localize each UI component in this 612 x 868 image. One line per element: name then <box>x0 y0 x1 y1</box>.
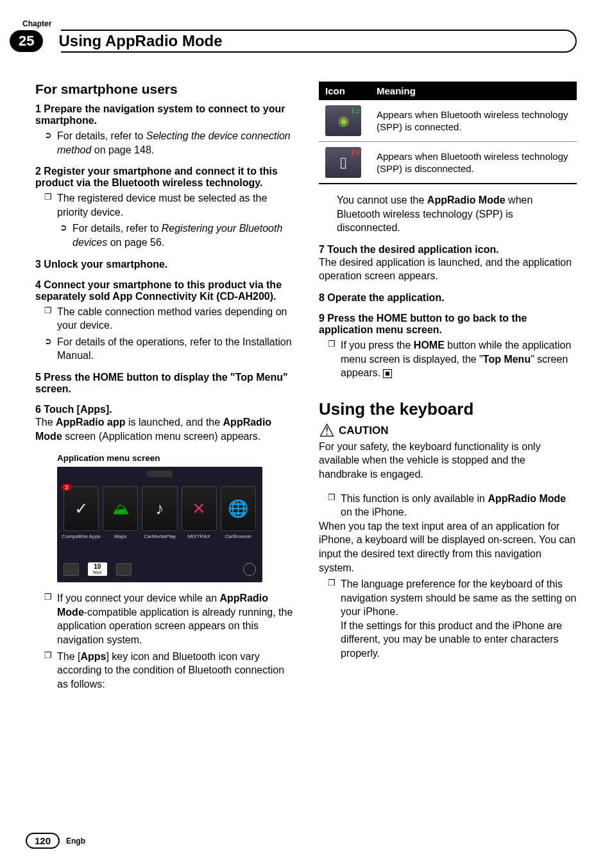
post-note1: If you connect your device while an AppR… <box>35 591 293 647</box>
caution-body: For your safety, the keyboard functional… <box>319 440 577 482</box>
bt-note: You cannot use the AppRadio Mode when Bl… <box>319 193 577 235</box>
t: For details, refer to <box>57 130 146 141</box>
label: CarMediaPlay <box>144 534 176 539</box>
caution-label: CAUTION <box>339 424 388 437</box>
label: Compatible Apps <box>62 534 100 539</box>
step4-detail1: The cable connection method varies depen… <box>35 305 293 333</box>
page-footer: 120 Engb <box>26 833 85 849</box>
app-tile-maps: ⛰ Maps <box>103 486 138 531</box>
warning-icon: ⚠ <box>319 422 335 440</box>
step1-heading: 1 Prepare the navigation system to conne… <box>35 103 293 126</box>
table-header-row: Icon Meaning <box>319 82 577 100</box>
page-language: Engb <box>66 837 85 846</box>
check-icon: ✓ <box>74 499 89 519</box>
post-note2: The [Apps] key icon and Bluetooth icon v… <box>35 650 293 691</box>
step4-detail2: For details of the operations, refer to … <box>35 335 293 363</box>
chapter-header: 25 Using AppRadio Mode <box>10 30 577 53</box>
app-tile-row: 3 ✓ Compatible Apps ⛰ Maps ♪ CarMediaPla… <box>64 486 256 531</box>
t: on the iPhone. <box>341 507 407 517</box>
figure-caption: Application menu screen <box>57 453 293 463</box>
date-day: Mon <box>93 570 102 575</box>
bluetooth-connected-icon: ᛒ⇄ <box>351 107 360 117</box>
clock-icon <box>243 563 256 576</box>
app-topbar-icon <box>147 471 173 477</box>
left-column: For smartphone users 1 Prepare the navig… <box>35 82 293 691</box>
table-row: ▯ ᛒ× Appears when Bluetooth wireless tec… <box>319 142 577 184</box>
section-end-icon <box>383 369 392 378</box>
right-column: Icon Meaning ◉ ᛒ⇄ Appears when Bluetooth… <box>319 82 577 691</box>
date-widget: 10 Mon <box>88 562 107 576</box>
meaning-connected: Appears when Bluetooth wireless technolo… <box>370 100 577 142</box>
icon-cell-disconnected: ▯ ᛒ× <box>319 142 370 184</box>
t: AppRadio Mode <box>488 493 566 504</box>
section-smartphone-users: For smartphone users <box>35 82 293 97</box>
t: AppRadio app <box>56 417 125 428</box>
app-tile-compatible: 3 ✓ Compatible Apps <box>64 486 99 531</box>
chapter-title-pill: Using AppRadio Mode <box>49 30 577 53</box>
screen-icon <box>116 563 132 576</box>
bluetooth-disconnected-icon: ᛒ× <box>351 148 360 159</box>
label: CarBrowser <box>225 534 251 539</box>
badge-icon: 3 <box>62 484 71 490</box>
t: on page 148. <box>91 144 154 155</box>
kb-note2: The language preference for the keyboard… <box>319 577 577 661</box>
t: This function is only available in <box>341 493 488 504</box>
step2-detail2: For details, refer to Registering your B… <box>35 221 293 249</box>
t: AppRadio Mode <box>427 195 506 205</box>
t: -compatible application is already runni… <box>57 607 293 645</box>
flag-icon <box>64 563 79 576</box>
th-meaning: Meaning <box>370 82 577 100</box>
application-menu-screenshot: 3 ✓ Compatible Apps ⛰ Maps ♪ CarMediaPla… <box>57 467 262 582</box>
meaning-disconnected: Appears when Bluetooth wireless technolo… <box>370 142 577 184</box>
t: You cannot use the <box>337 195 427 205</box>
section-using-keyboard: Using the keyboard <box>319 399 577 419</box>
t: The <box>35 417 56 428</box>
step1-detail: For details, refer to Selecting the devi… <box>35 129 293 157</box>
step9-heading: 9 Press the HOME button to go back to th… <box>319 313 577 336</box>
content-columns: For smartphone users 1 Prepare the navig… <box>35 82 577 691</box>
step7-body: The desired application is launched, and… <box>319 256 577 283</box>
kb-note1: This function is only available in AppRa… <box>319 492 577 519</box>
step6-heading: 6 Touch [Apps]. <box>35 404 293 415</box>
music-icon: ♪ <box>156 499 164 519</box>
caution-row: ⚠ CAUTION <box>319 422 577 440</box>
t: is launched, and the <box>125 417 223 428</box>
date-num: 10 <box>94 563 101 570</box>
app-tile-mixtrax: ✕ MIXTRAX <box>182 486 217 531</box>
t: For details, refer to <box>72 223 162 234</box>
step2-heading: 2 Register your smartphone and connect i… <box>35 166 293 189</box>
chapter-label: Chapter <box>22 19 577 28</box>
t: If you connect your device while an <box>57 593 219 603</box>
app-bottom-bar: 10 Mon <box>64 562 256 576</box>
mixtrax-icon: ✕ <box>192 499 206 519</box>
th-icon: Icon <box>319 82 370 100</box>
label: MIXTRAX <box>187 534 210 539</box>
page-number: 120 <box>26 833 60 849</box>
step6-body: The AppRadio app is launched, and the Ap… <box>35 415 293 443</box>
t: If you press the <box>341 340 414 351</box>
t: HOME <box>414 340 445 351</box>
t: screen (Application menu screen) appears… <box>62 431 261 442</box>
step4-heading: 4 Connect your smartphone to this produc… <box>35 279 293 302</box>
phone-icon: ▯ <box>339 153 347 172</box>
android-icon: ◉ <box>338 112 349 129</box>
app-tile-media: ♪ CarMediaPlay <box>142 486 177 531</box>
maps-icon: ⛰ <box>112 499 129 519</box>
t: on page 56. <box>107 237 164 248</box>
chapter-title: Using AppRadio Mode <box>58 32 222 50</box>
kb-body: When you tap the text input area of an a… <box>319 519 577 575</box>
step7-heading: 7 Touch the desired application icon. <box>319 244 577 256</box>
app-icon-bt-connected: ◉ ᛒ⇄ <box>325 105 361 136</box>
chapter-number: 25 <box>10 30 43 52</box>
step8-heading: 8 Operate the application. <box>319 292 577 304</box>
step3-heading: 3 Unlock your smartphone. <box>35 259 293 270</box>
app-tile-browser: 🌐 CarBrowser <box>221 486 256 531</box>
icon-cell-connected: ◉ ᛒ⇄ <box>319 100 370 142</box>
app-icon-bt-disconnected: ▯ ᛒ× <box>325 147 361 178</box>
t: Top Menu <box>483 354 531 365</box>
globe-icon: 🌐 <box>228 499 248 519</box>
icon-meaning-table: Icon Meaning ◉ ᛒ⇄ Appears when Bluetooth… <box>319 82 577 184</box>
step2-detail1: The registered device must be selected a… <box>35 191 293 219</box>
t: The [ <box>57 651 80 662</box>
table-row: ◉ ᛒ⇄ Appears when Bluetooth wireless tec… <box>319 100 577 142</box>
